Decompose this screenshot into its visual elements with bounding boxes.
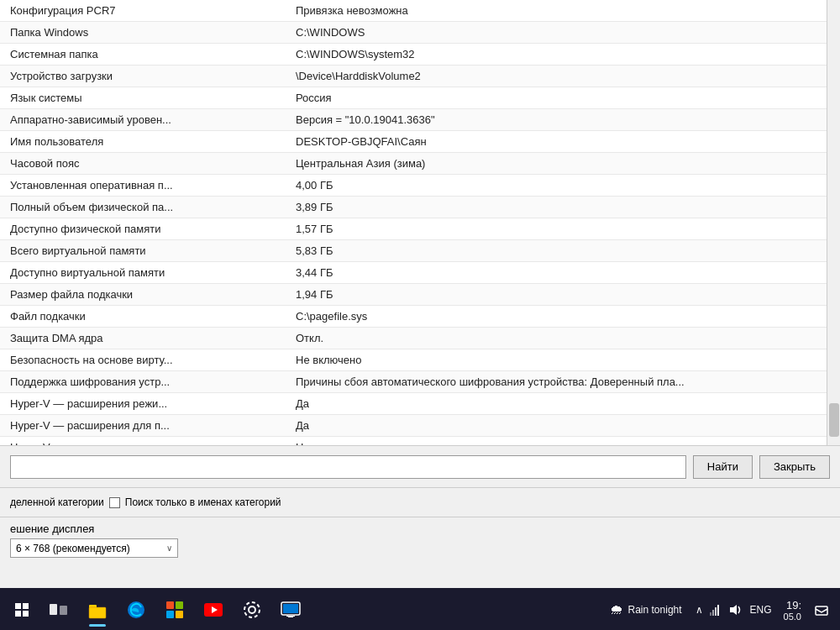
- system-clock[interactable]: 19: 05.0: [779, 596, 806, 625]
- property-cell: Защита DMA ядра: [0, 328, 286, 349]
- taskbar: 🌧 Rain tonight ∧ ENG: [0, 590, 840, 630]
- table-row[interactable]: Безопасность на основе вирту...Не включе…: [0, 349, 827, 371]
- table-row[interactable]: Защита DMA ядраОткл.: [0, 328, 827, 349]
- value-cell: 4,00 ГБ: [286, 175, 827, 197]
- value-cell: DESKTOP-GBJQFAI\Саян: [286, 131, 827, 153]
- value-cell: 1,94 ГБ: [286, 284, 827, 306]
- clock-time: 19:: [784, 599, 801, 612]
- table-row[interactable]: Язык системыРоссия: [0, 87, 827, 109]
- display-area: ешение дисплея 6 × 768 (рекомендуется) ∨: [0, 517, 840, 563]
- value-cell: C:\WINDOWS\system32: [286, 44, 827, 66]
- table-row[interactable]: Часовой поясЦентральная Азия (зима): [0, 153, 827, 175]
- table-row[interactable]: Устройство загрузки\Device\HarddiskVolum…: [0, 66, 827, 87]
- svg-point-13: [244, 602, 260, 617]
- table-row[interactable]: Аппаратно-зависимый уровен...Версия = "1…: [0, 109, 827, 131]
- value-cell: C:\WINDOWS: [286, 22, 827, 44]
- language-indicator[interactable]: ENG: [750, 604, 772, 616]
- taskbar-app-edge[interactable]: [118, 591, 155, 628]
- svg-point-12: [249, 606, 255, 613]
- notification-center-button[interactable]: [813, 601, 830, 618]
- tray-expand-icon[interactable]: ∧: [696, 604, 703, 616]
- clock-date: 05.0: [784, 612, 801, 622]
- scrollbar-thumb[interactable]: [829, 403, 839, 437]
- property-cell: Имя пользователя: [0, 131, 286, 153]
- value-cell: 5,83 ГБ: [286, 240, 827, 262]
- display-dropdown[interactable]: 6 × 768 (рекомендуется) ∨: [10, 538, 178, 558]
- property-cell: Hyper-V — виртуализация вкл...: [0, 437, 286, 446]
- svg-rect-9: [176, 611, 183, 618]
- taskbar-app-explorer[interactable]: [79, 591, 116, 628]
- property-cell: Конфигурация PCR7: [0, 0, 286, 22]
- svg-marker-22: [730, 605, 737, 615]
- svg-rect-6: [166, 601, 174, 609]
- value-cell: Причины сбоя автоматического шифрования …: [286, 371, 827, 393]
- taskbar-app-store[interactable]: [156, 591, 193, 628]
- category-checkbox[interactable]: [109, 497, 120, 508]
- rain-icon: 🌧: [610, 602, 623, 617]
- table-row[interactable]: Hyper-V — виртуализация вкл...Нет: [0, 437, 827, 446]
- table-row[interactable]: Полный объем физической па...3,89 ГБ: [0, 197, 827, 218]
- table-row[interactable]: Размер файла подкачки1,94 ГБ: [0, 284, 827, 306]
- value-cell: Не включено: [286, 349, 827, 371]
- edge-icon: [127, 601, 145, 619]
- display-value: 6 × 768 (рекомендуется): [16, 543, 130, 554]
- value-cell: 3,44 ГБ: [286, 262, 827, 284]
- table-row[interactable]: Поддержка шифрования устр...Причины сбоя…: [0, 371, 827, 393]
- sysinfo-table: Конфигурация PCR7Привязка невозможнаПапк…: [0, 0, 827, 445]
- taskbar-app-photos[interactable]: [195, 591, 232, 628]
- table-row[interactable]: Hyper-V — расширения для п...Да: [0, 415, 827, 437]
- table-scroll[interactable]: Конфигурация PCR7Привязка невозможнаПапк…: [0, 0, 827, 445]
- table-row[interactable]: Конфигурация PCR7Привязка невозможна: [0, 0, 827, 22]
- property-cell: Hyper-V — расширения режи...: [0, 393, 286, 415]
- value-cell: Центральная Азия (зима): [286, 153, 827, 175]
- taskbar-app-settings[interactable]: [234, 591, 270, 628]
- table-row[interactable]: Hyper-V — расширения режи...Да: [0, 393, 827, 415]
- search-area: Найти Закрыть: [0, 445, 840, 487]
- svg-rect-7: [176, 601, 183, 609]
- value-cell: \Device\HarddiskVolume2: [286, 66, 827, 87]
- taskview-icon: [50, 602, 68, 617]
- property-cell: Системная папка: [0, 44, 286, 66]
- property-cell: Часовой пояс: [0, 153, 286, 175]
- find-button[interactable]: Найти: [693, 455, 753, 479]
- property-cell: Полный объем физической па...: [0, 197, 286, 218]
- svg-rect-0: [50, 604, 57, 615]
- svg-rect-15: [283, 604, 298, 613]
- property-cell: Файл подкачки: [0, 306, 286, 328]
- table-row[interactable]: Установленная оперативная п...4,00 ГБ: [0, 175, 827, 197]
- store-icon: [165, 601, 184, 619]
- sysinfo-table-wrapper: Конфигурация PCR7Привязка невозможнаПапк…: [0, 0, 840, 445]
- display-title: ешение дисплея: [10, 522, 830, 535]
- value-cell: Нет: [286, 437, 827, 446]
- table-row[interactable]: Имя пользователяDESKTOP-GBJQFAI\Саян: [0, 131, 827, 153]
- table-row[interactable]: Доступно физической памяти1,57 ГБ: [0, 218, 827, 240]
- property-cell: Hyper-V — расширения для п...: [0, 415, 286, 437]
- table-row[interactable]: Файл подкачкиC:\pagefile.sys: [0, 306, 827, 328]
- svg-rect-19: [712, 610, 714, 616]
- weather-widget[interactable]: 🌧 Rain tonight: [603, 599, 689, 621]
- table-row[interactable]: Системная папкаC:\WINDOWS\system32: [0, 44, 827, 66]
- table-row[interactable]: Папка WindowsC:\WINDOWS: [0, 22, 827, 44]
- taskbar-apps: [40, 591, 603, 628]
- svg-rect-17: [286, 616, 295, 617]
- settings-icon: [243, 601, 261, 619]
- volume-icon[interactable]: [727, 601, 743, 618]
- network-icon[interactable]: [706, 601, 723, 618]
- scrollbar-track[interactable]: [827, 0, 840, 445]
- svg-rect-1: [60, 606, 67, 615]
- svg-rect-8: [166, 611, 174, 618]
- value-cell: 3,89 ГБ: [286, 197, 827, 218]
- start-button[interactable]: [3, 591, 40, 628]
- taskbar-app-remote[interactable]: [272, 591, 309, 628]
- search-input[interactable]: [10, 455, 686, 479]
- property-cell: Размер файла подкачки: [0, 284, 286, 306]
- value-cell: 1,57 ГБ: [286, 218, 827, 240]
- chevron-down-icon: ∨: [166, 543, 172, 553]
- close-button[interactable]: Закрыть: [759, 455, 830, 479]
- taskbar-app-taskview[interactable]: [40, 591, 77, 628]
- value-cell: Да: [286, 415, 827, 437]
- table-row[interactable]: Доступно виртуальной памяти3,44 ГБ: [0, 262, 827, 284]
- table-row[interactable]: Всего виртуальной памяти5,83 ГБ: [0, 240, 827, 262]
- remote-desktop-icon: [281, 601, 301, 618]
- category-checkbox-label: Поиск только в именах категорий: [125, 496, 281, 508]
